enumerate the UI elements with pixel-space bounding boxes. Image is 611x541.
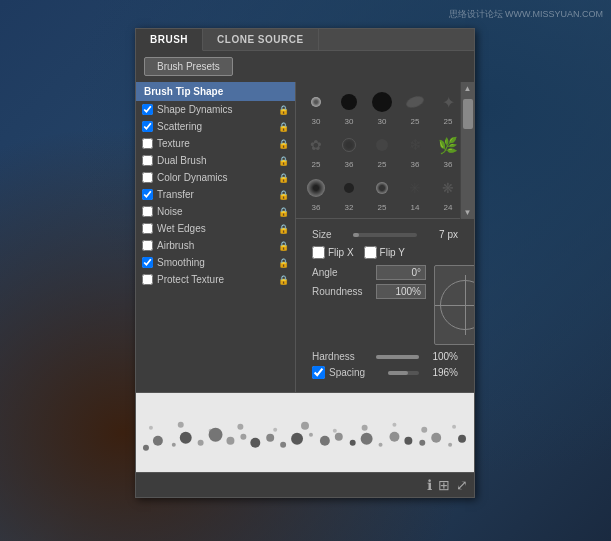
noise-label[interactable]: Noise xyxy=(157,206,274,217)
protect-texture-checkbox[interactable] xyxy=(142,274,153,285)
brush-cell[interactable]: 25 xyxy=(366,172,398,214)
flip-y-checkbox[interactable] xyxy=(364,246,377,259)
lock-icon: 🔒 xyxy=(278,190,289,200)
brush-cell[interactable]: ❋ 24 xyxy=(432,172,460,214)
svg-point-16 xyxy=(361,433,373,445)
lock-icon: 🔒 xyxy=(278,156,289,166)
spacing-row: Spacing 196% xyxy=(304,364,466,381)
tab-brush[interactable]: BRUSH xyxy=(136,29,203,51)
left-panel: Brush Tip Shape Shape Dynamics 🔒 Scatter… xyxy=(136,82,296,392)
scattering-checkbox[interactable] xyxy=(142,121,153,132)
scroll-up-arrow[interactable]: ▲ xyxy=(462,82,474,95)
info-icon[interactable]: ℹ xyxy=(427,477,432,493)
expand-icon[interactable]: ⤢ xyxy=(456,477,468,493)
brush-tip-shape-item[interactable]: Brush Tip Shape xyxy=(136,82,295,101)
noise-checkbox[interactable] xyxy=(142,206,153,217)
scroll-down-arrow[interactable]: ▼ xyxy=(462,206,474,219)
svg-point-3 xyxy=(180,432,192,444)
list-item: Noise 🔒 xyxy=(136,203,295,220)
list-item: Scattering 🔒 xyxy=(136,118,295,135)
svg-point-27 xyxy=(237,424,243,430)
svg-point-25 xyxy=(178,422,184,428)
roundness-input[interactable] xyxy=(376,284,426,299)
size-label: Size xyxy=(312,229,347,240)
brush-presets-button[interactable]: Brush Presets xyxy=(144,57,233,76)
scroll-thumb[interactable] xyxy=(463,99,473,129)
size-slider[interactable] xyxy=(353,233,417,237)
transfer-checkbox[interactable] xyxy=(142,189,153,200)
smoothing-label[interactable]: Smoothing xyxy=(157,257,274,268)
angle-input[interactable] xyxy=(376,265,426,280)
svg-point-22 xyxy=(448,443,452,447)
tab-clone-source[interactable]: CLONE SOURCE xyxy=(203,29,319,50)
spacing-checkbox[interactable] xyxy=(312,366,325,379)
airbrush-checkbox[interactable] xyxy=(142,240,153,251)
brush-preview-area xyxy=(136,392,474,472)
brush-cell[interactable]: 36 xyxy=(300,172,332,214)
svg-point-28 xyxy=(273,428,277,432)
brush-cell[interactable]: 30 xyxy=(300,86,332,128)
right-panel: 30 30 30 25 ✦ xyxy=(296,82,474,392)
brush-cell[interactable]: ✿ 25 xyxy=(300,129,332,171)
brush-cell[interactable]: 36 xyxy=(333,129,365,171)
brush-cell[interactable]: 32 xyxy=(333,172,365,214)
flip-x-label: Flip X xyxy=(328,247,354,258)
color-dynamics-label[interactable]: Color Dynamics xyxy=(157,172,274,183)
svg-point-26 xyxy=(209,429,213,433)
protect-texture-label[interactable]: Protect Texture xyxy=(157,274,274,285)
brush-cell[interactable]: ✦ 25 xyxy=(432,86,460,128)
smoothing-checkbox[interactable] xyxy=(142,257,153,268)
hardness-row: Hardness 100% xyxy=(304,349,466,364)
wet-edges-label[interactable]: Wet Edges xyxy=(157,223,274,234)
size-row: Size 7 px xyxy=(304,225,466,244)
brush-grid-scrollbar[interactable]: ▲ ▼ xyxy=(460,82,474,219)
svg-point-7 xyxy=(240,434,246,440)
color-dynamics-checkbox[interactable] xyxy=(142,172,153,183)
texture-label[interactable]: Texture xyxy=(157,138,274,149)
svg-point-21 xyxy=(431,433,441,443)
dual-brush-checkbox[interactable] xyxy=(142,155,153,166)
brush-cell[interactable]: 30 xyxy=(366,86,398,128)
list-item: Airbrush 🔒 xyxy=(136,237,295,254)
lock-icon: 🔒 xyxy=(278,173,289,183)
lock-icon: 🔒 xyxy=(278,207,289,217)
brush-cell[interactable]: 30 xyxy=(333,86,365,128)
svg-point-24 xyxy=(149,426,153,430)
crosshair: ▶ xyxy=(435,275,474,335)
brush-cell[interactable]: ✳ 14 xyxy=(399,172,431,214)
dual-brush-label[interactable]: Dual Brush xyxy=(157,155,274,166)
flip-y-label: Flip Y xyxy=(380,247,405,258)
hardness-slider[interactable] xyxy=(376,355,419,359)
svg-point-15 xyxy=(350,440,356,446)
brush-cell[interactable]: 🌿 36 xyxy=(432,129,460,171)
panel-header: Brush Presets xyxy=(136,51,474,82)
svg-point-30 xyxy=(333,429,337,433)
list-item: Shape Dynamics 🔒 xyxy=(136,101,295,118)
svg-point-4 xyxy=(198,440,204,446)
panel-body: Brush Tip Shape Shape Dynamics 🔒 Scatter… xyxy=(136,82,474,392)
flip-x-checkbox[interactable] xyxy=(312,246,325,259)
hardness-value: 100% xyxy=(423,351,458,362)
angle-label: Angle xyxy=(312,267,372,278)
svg-point-18 xyxy=(389,432,399,442)
spacing-slider[interactable] xyxy=(388,371,419,375)
list-item: Protect Texture 🔒 xyxy=(136,271,295,288)
flip-y-row: Flip Y xyxy=(364,246,405,259)
shape-dynamics-label[interactable]: Shape Dynamics xyxy=(157,104,274,115)
brush-cell[interactable]: ❄ 36 xyxy=(399,129,431,171)
svg-point-11 xyxy=(291,433,303,445)
shape-dynamics-checkbox[interactable] xyxy=(142,104,153,115)
wet-edges-checkbox[interactable] xyxy=(142,223,153,234)
scattering-label[interactable]: Scattering xyxy=(157,121,274,132)
texture-checkbox[interactable] xyxy=(142,138,153,149)
transfer-label[interactable]: Transfer xyxy=(157,189,274,200)
brush-cell[interactable]: 25 xyxy=(399,86,431,128)
lock-icon: 🔒 xyxy=(278,224,289,234)
brush-panel: BRUSH CLONE SOURCE Brush Presets Brush T… xyxy=(135,28,475,498)
airbrush-label[interactable]: Airbrush xyxy=(157,240,274,251)
svg-point-20 xyxy=(419,440,425,446)
brush-cell[interactable]: 25 xyxy=(366,129,398,171)
svg-point-29 xyxy=(301,422,309,430)
svg-point-33 xyxy=(421,427,427,433)
grid-icon[interactable]: ⊞ xyxy=(438,477,450,493)
